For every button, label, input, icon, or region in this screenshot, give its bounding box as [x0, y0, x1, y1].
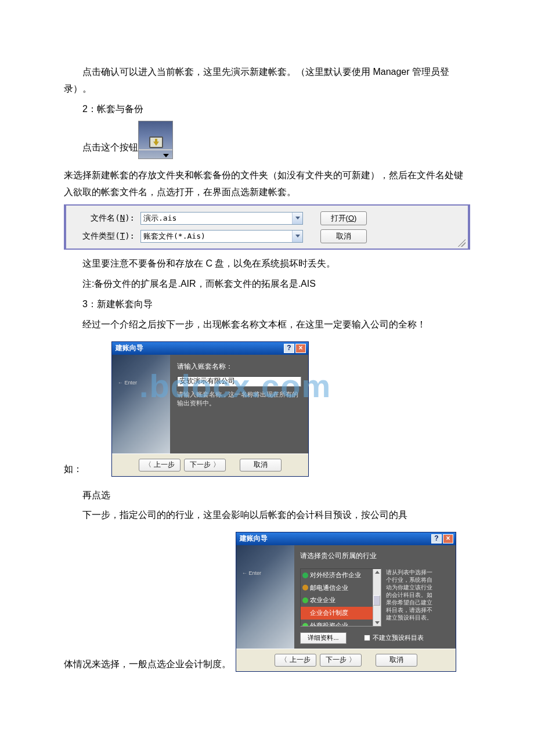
wizard-title-text: 建账向导	[240, 532, 268, 545]
paragraph-11: 下一步，指定公司的的行业，这里会影响以后帐套的会计科目预设，按公司的具	[64, 507, 470, 524]
paragraph-8: 经过一个介绍之后按下一步，出现帐套名称文本框，在这里一定要输入公司的全称！	[64, 316, 470, 333]
account-name-input[interactable]	[177, 376, 301, 387]
paragraph-5: 这里要注意不要备份和存放在 C 盘，以免在系统损坏时丢失。	[64, 255, 470, 272]
wizard-titlebar: 建账向导 ? ×	[236, 532, 456, 545]
wizard-side-image	[112, 355, 170, 453]
paragraph-4: 来选择新建帐套的存放文件夹和帐套备份的文件夹（如没有文件夹的可新建），然后在文件…	[64, 167, 470, 201]
help-icon[interactable]: ?	[431, 534, 442, 543]
cancel-button[interactable]: 取消	[240, 459, 282, 471]
help-icon[interactable]: ?	[284, 344, 294, 353]
bullet-icon	[302, 585, 308, 591]
paragraph-1: 点击确认可以进入当前帐套，这里先演示新建帐套。（这里默认要使用 Manager …	[64, 64, 470, 98]
wizard-hint: 请输入账套名称，这一名称将出现在所有的输出资料中。	[177, 390, 301, 408]
bullet-icon	[302, 610, 308, 616]
detail-button[interactable]: 详细资料...	[300, 632, 347, 644]
bullet-icon	[302, 623, 308, 627]
file-dialog-bar: 文件名(N): 演示.ais 打开(O) 文件类型(T): 账套文件(*.Ais…	[64, 204, 470, 250]
industry-prompt: 请选择贵公司所属的行业	[300, 550, 450, 563]
paragraph-12: 体情况来选择，一般点选企业会计制度。	[64, 656, 231, 673]
bullet-icon	[302, 573, 308, 578]
paragraph-9: 如：	[64, 461, 82, 478]
list-item[interactable]: 农业企业	[301, 594, 381, 607]
list-item-label: 对外经济合作企业	[310, 570, 361, 581]
list-item-label: 企业会计制度	[310, 607, 348, 619]
chevron-down-icon[interactable]	[292, 231, 302, 242]
industry-hint: 请从列表中选择一个行业，系统将自动为你建立该行业的会计科目表。如果你希望自己建立…	[386, 568, 432, 627]
list-item[interactable]: 外商投资企业	[301, 620, 381, 627]
dropdown-arrow-icon	[163, 154, 169, 157]
paragraph-3: 点击这个按钮	[64, 139, 138, 156]
industry-listbox[interactable]: 对外经济合作企业邮电通信企业农业企业企业会计制度外商投资企业小企业会计制度新会计…	[300, 568, 381, 627]
filetype-label: 文件类型(T):	[77, 229, 140, 243]
list-item[interactable]: 对外经济合作企业	[301, 569, 381, 582]
no-preset-checkbox[interactable]: 不建立预设科目表	[364, 632, 424, 644]
next-button[interactable]: 下一步 〉	[320, 654, 362, 667]
filename-combo[interactable]: 演示.ais	[140, 212, 303, 225]
open-button[interactable]: 打开(O)	[320, 211, 367, 225]
list-item[interactable]: 企业会计制度	[301, 607, 381, 620]
open-folder-icon	[149, 136, 163, 148]
wizard-dialog-1: 建账向导 ? × 请输入账套名称： 请输入账套名称，这一名称将出现在所有的输出资…	[111, 341, 309, 477]
filetype-value: 账套文件(*.Ais)	[141, 229, 292, 243]
paragraph-10: 再点选	[64, 487, 470, 504]
cancel-button[interactable]: 取消	[376, 654, 417, 667]
filetype-combo[interactable]: 账套文件(*.Ais)	[140, 230, 303, 243]
input-label: 请输入账套名称：	[177, 361, 301, 373]
cancel-button[interactable]: 取消	[320, 229, 367, 243]
wizard-dialog-2: 建账向导 ? × 请选择贵公司所属的行业 对外经济合作企业邮电通信企业农业企业企…	[236, 532, 456, 672]
prev-button[interactable]: 〈 上一步	[139, 459, 181, 471]
scrollbar[interactable]	[373, 569, 381, 626]
paragraph-6: 注:备份文件的扩展名是.AIR，而帐套文件的拓展名是.AIS	[64, 276, 470, 293]
list-item-label: 农业企业	[310, 595, 335, 606]
list-item-label: 邮电通信企业	[310, 582, 348, 594]
filename-value: 演示.ais	[141, 211, 292, 225]
chevron-down-icon[interactable]	[292, 213, 302, 224]
checkbox-label: 不建立预设科目表	[373, 632, 424, 644]
toolbar-button-image	[138, 121, 173, 159]
filename-label: 文件名(N):	[77, 211, 140, 225]
paragraph-7: 3：新建帐套向导	[64, 296, 470, 313]
next-button[interactable]: 下一步 〉	[184, 459, 226, 471]
paragraph-2: 2：帐套与备份	[64, 101, 470, 118]
bullet-icon	[302, 597, 308, 603]
list-item[interactable]: 邮电通信企业	[301, 582, 381, 595]
prev-button[interactable]: 〈 上一步	[275, 654, 316, 667]
scroll-thumb[interactable]	[373, 595, 380, 606]
wizard-title-text: 建账向导	[116, 342, 143, 355]
close-icon[interactable]: ×	[295, 344, 306, 353]
wizard-titlebar: 建账向导 ? ×	[112, 342, 308, 355]
wizard-side-image	[236, 545, 294, 649]
checkbox-icon	[364, 635, 370, 641]
list-item-label: 外商投资企业	[310, 620, 348, 627]
close-icon[interactable]: ×	[443, 534, 453, 543]
